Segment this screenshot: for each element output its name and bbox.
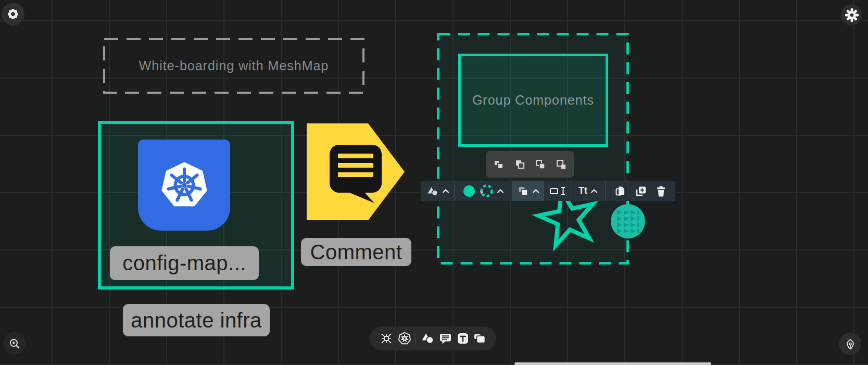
copy-button[interactable]	[614, 185, 626, 197]
arrange-popup	[486, 151, 574, 178]
node-name-label[interactable]: config-map...	[110, 246, 259, 280]
comment-text: Comment	[310, 241, 402, 264]
resize-width-button[interactable]	[549, 185, 567, 197]
toolbar-section-shapes	[421, 181, 455, 201]
trash-icon	[656, 185, 666, 197]
zoom-in-icon	[8, 337, 21, 350]
title-text: White-boarding with MeshMap	[139, 58, 329, 73]
chevron-up-icon	[532, 189, 539, 193]
chevron-up-icon	[590, 189, 598, 193]
title-text-shape[interactable]: White-boarding with MeshMap	[103, 38, 364, 94]
node-name-text: config-map...	[122, 251, 246, 275]
annotation-label[interactable]: annotate infra	[123, 304, 270, 336]
kubernetes-tool-button[interactable]	[398, 332, 411, 345]
shapes-icon	[421, 332, 434, 345]
toolbar-section-fill-stroke	[455, 181, 513, 201]
horizontal-scrollbar[interactable]	[514, 362, 711, 365]
dashed-circle-icon	[480, 184, 494, 198]
duplicate-button[interactable]	[635, 185, 647, 197]
annotation-text: annotate infra	[131, 309, 262, 332]
toolbar-section-resize	[544, 181, 571, 201]
text-style-icon: Tt	[578, 185, 587, 196]
fill-color-swatch[interactable]	[463, 185, 475, 197]
delete-button[interactable]	[656, 185, 666, 197]
comment-label[interactable]: Comment	[301, 238, 411, 266]
kubernetes-icon	[138, 140, 230, 231]
chevron-up-icon	[497, 189, 504, 193]
kubernetes-icon	[398, 332, 411, 345]
duplicate-add-icon	[635, 185, 647, 197]
bring-forward-icon[interactable]	[512, 157, 527, 172]
resize-width-icon	[549, 185, 567, 197]
layers-icon	[518, 185, 529, 197]
comment-tool-button[interactable]	[439, 332, 452, 345]
integration-node-button[interactable]	[380, 332, 393, 345]
whiteboard-canvas[interactable]: White-boarding with MeshMap Group Compon…	[0, 0, 868, 365]
text-icon	[457, 332, 469, 345]
frame-tool-button[interactable]	[473, 333, 486, 345]
copy-icon	[614, 185, 626, 197]
shape-picker-button[interactable]	[426, 186, 449, 196]
dock-divider	[416, 332, 416, 345]
chevron-up-icon	[442, 189, 449, 193]
meshery-logo-button[interactable]	[2, 3, 24, 26]
stroke-style-button[interactable]	[480, 184, 504, 198]
integration-circuit-icon	[380, 332, 393, 345]
settings-button[interactable]	[841, 4, 862, 26]
comment-bubble-icon	[307, 123, 405, 220]
group-components-shape[interactable]: Group Components	[458, 54, 608, 147]
toolbar-section-clipboard	[606, 181, 675, 201]
send-backward-icon[interactable]	[533, 157, 548, 172]
comment-shape[interactable]	[307, 123, 405, 220]
shapes-icon	[426, 186, 439, 196]
send-to-back-icon[interactable]	[553, 157, 569, 172]
pen-nib-icon	[844, 338, 857, 350]
frame-icon	[473, 333, 486, 345]
text-tool-button[interactable]	[457, 332, 469, 345]
toolbar-section-text: Tt	[571, 181, 606, 201]
zoom-in-button[interactable]	[3, 332, 26, 355]
bring-to-front-icon[interactable]	[491, 157, 507, 172]
shapes-tool-button[interactable]	[421, 332, 434, 345]
comment-bubble-icon	[439, 332, 452, 345]
tools-dock	[370, 326, 496, 350]
pen-tool-button[interactable]	[839, 333, 861, 355]
toolbar-section-arrange	[513, 181, 544, 201]
group-components-label: Group Components	[472, 93, 594, 108]
meshery-logo-icon	[6, 7, 20, 21]
format-toolbar: Tt	[421, 181, 675, 201]
gear-icon	[845, 8, 859, 22]
pattern-circle-shape[interactable]	[610, 203, 646, 240]
text-style-button[interactable]: Tt	[578, 185, 598, 196]
arrange-layers-button[interactable]	[518, 185, 539, 197]
